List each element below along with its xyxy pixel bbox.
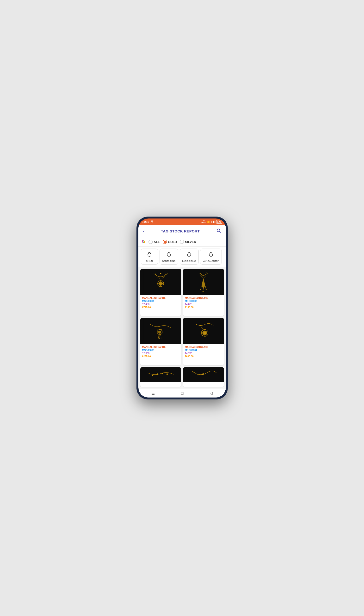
product-name-1: MANGALSUTRA 916 [142, 297, 179, 299]
svg-point-25 [160, 273, 161, 274]
svg-point-44 [152, 374, 153, 376]
product-grid: MANGALSUTRA 916 MSG00001 12.450 6725.00 [138, 267, 226, 389]
filter-all-label: ALL [154, 240, 160, 244]
category-chain[interactable]: CHAIN [141, 249, 158, 265]
svg-point-9 [148, 252, 149, 253]
product-info-4: MANGALSUTRA 916 MSG00004 14.700 7600.00 [183, 344, 224, 360]
status-icons: 1.70MB/S 📶 ▐▐▐ 100 [201, 220, 222, 224]
product-weight-3: 12.300 [142, 352, 179, 355]
product-weight-2: 14.070 [185, 303, 222, 306]
svg-point-5 [142, 240, 143, 242]
svg-point-12 [168, 252, 169, 253]
ladies-ring-label: LADIES RING [182, 260, 196, 263]
filter-gold-label: GOLD [168, 240, 177, 244]
product-name-2: MANGALSUTRA 916 [185, 297, 222, 299]
mangalsutra-label: MANGALSUTRA [203, 260, 219, 263]
svg-point-31 [203, 291, 204, 292]
gents-ring-label: GENTS RING [162, 260, 176, 263]
svg-point-6 [143, 241, 144, 242]
product-price-3: 6265.00 [142, 355, 179, 358]
product-card-4[interactable]: MANGALSUTRA 916 MSG00004 14.700 7600.00 [183, 318, 224, 365]
radio-silver [180, 240, 184, 244]
product-name-3: MANGALSUTRA 916 [142, 346, 179, 349]
product-price-1: 6725.00 [142, 306, 179, 309]
svg-point-46 [162, 373, 163, 374]
svg-line-1 [219, 231, 221, 233]
svg-point-32 [206, 289, 207, 290]
svg-point-35 [158, 330, 161, 334]
product-info-2: MANGALSUTRA 916 MSG00002 14.070 7160.00 [183, 295, 224, 311]
radio-gold [163, 240, 167, 244]
svg-rect-43 [144, 368, 177, 381]
product-card-5[interactable] [140, 367, 181, 387]
network-speed: 1.70MB/S [201, 220, 206, 224]
product-code-1: MSG00001 [142, 300, 179, 302]
product-weight-1: 12.450 [142, 303, 179, 306]
svg-point-38 [161, 338, 162, 338]
filter-bar: ALL GOLD SILVER [138, 237, 226, 247]
back-button[interactable]: ‹ [142, 228, 146, 234]
filter-all[interactable]: ALL [148, 240, 160, 244]
svg-point-11 [167, 253, 170, 256]
product-image-1 [140, 269, 181, 295]
category-mangalsutra[interactable]: MANGALSUTRA [200, 249, 222, 265]
product-price-4: 7600.00 [185, 355, 222, 358]
app-header: ‹ TAG STOCK REPORT [138, 225, 226, 237]
svg-point-36 [158, 338, 159, 338]
svg-point-15 [188, 252, 189, 253]
signal-icon: ▐▐▐ [211, 221, 215, 223]
svg-point-13 [169, 252, 170, 253]
product-weight-4: 14.700 [185, 352, 222, 355]
page-title: TAG STOCK REPORT [161, 229, 200, 233]
menu-button[interactable]: ☰ [147, 390, 158, 397]
svg-point-16 [189, 252, 190, 253]
radio-all [148, 240, 153, 244]
battery-icon: 100 [216, 220, 222, 224]
radio-gold-inner [164, 241, 166, 243]
svg-point-23 [155, 274, 156, 275]
phone-frame: 11:11 M̈ 1.70MB/S 📶 ▐▐▐ 100 ‹ TAG STOCK … [136, 217, 228, 399]
product-image-2 [183, 269, 224, 295]
time-display: 11:11 [142, 220, 149, 223]
svg-point-45 [157, 373, 158, 375]
svg-point-18 [210, 252, 211, 253]
svg-point-37 [159, 338, 160, 339]
svg-point-24 [166, 274, 167, 275]
product-code-2: MSG00002 [185, 300, 222, 302]
chain-label: CHAIN [146, 260, 153, 263]
product-card-6[interactable] [183, 367, 224, 387]
svg-point-0 [217, 229, 220, 232]
wifi-icon: 📶 [207, 221, 210, 223]
product-card-1[interactable]: MANGALSUTRA 916 MSG00001 12.450 6725.00 [140, 269, 181, 316]
home-button[interactable]: □ [177, 390, 187, 397]
product-image-4 [183, 318, 224, 344]
product-card-3[interactable]: MANGALSUTRA 916 MSG00003 12.300 6265.00 [140, 318, 181, 365]
svg-point-10 [149, 252, 150, 253]
svg-point-49 [202, 373, 204, 375]
filter-gold[interactable]: GOLD [163, 240, 177, 244]
product-image-3 [140, 318, 181, 344]
chain-icon [146, 251, 153, 259]
app-screen: ‹ TAG STOCK REPORT [138, 225, 226, 397]
category-bar: CHAIN GENTS RING [138, 247, 226, 267]
category-ladies-ring[interactable]: LADIES RING [180, 249, 199, 265]
product-name-4: MANGALSUTRA 916 [185, 346, 222, 349]
search-button[interactable] [215, 228, 222, 235]
product-card-2[interactable]: MANGALSUTRA 916 MSG00002 14.070 7160.00 [183, 269, 224, 316]
svg-point-47 [167, 373, 168, 375]
filter-silver[interactable]: SILVER [180, 240, 196, 244]
ladies-ring-icon [186, 251, 193, 259]
product-code-4: MSG00004 [185, 349, 222, 351]
back-nav-button[interactable]: ◁ [206, 390, 217, 397]
status-bar: 11:11 M̈ 1.70MB/S 📶 ▐▐▐ 100 [138, 219, 226, 225]
phone-screen: 11:11 M̈ 1.70MB/S 📶 ▐▐▐ 100 ‹ TAG STOCK … [138, 219, 226, 397]
product-image-6 [183, 367, 224, 382]
bottom-navigation: ☰ □ ◁ [138, 389, 226, 397]
status-time: 11:11 M̈ [142, 220, 153, 224]
svg-point-30 [200, 289, 201, 290]
filter-icon [141, 239, 146, 244]
mangalsutra-icon [208, 251, 214, 259]
carrier-icon: M̈ [151, 220, 153, 224]
product-info-3: MANGALSUTRA 916 MSG00003 12.300 6265.00 [140, 344, 181, 360]
category-gents-ring[interactable]: GENTS RING [159, 249, 178, 265]
